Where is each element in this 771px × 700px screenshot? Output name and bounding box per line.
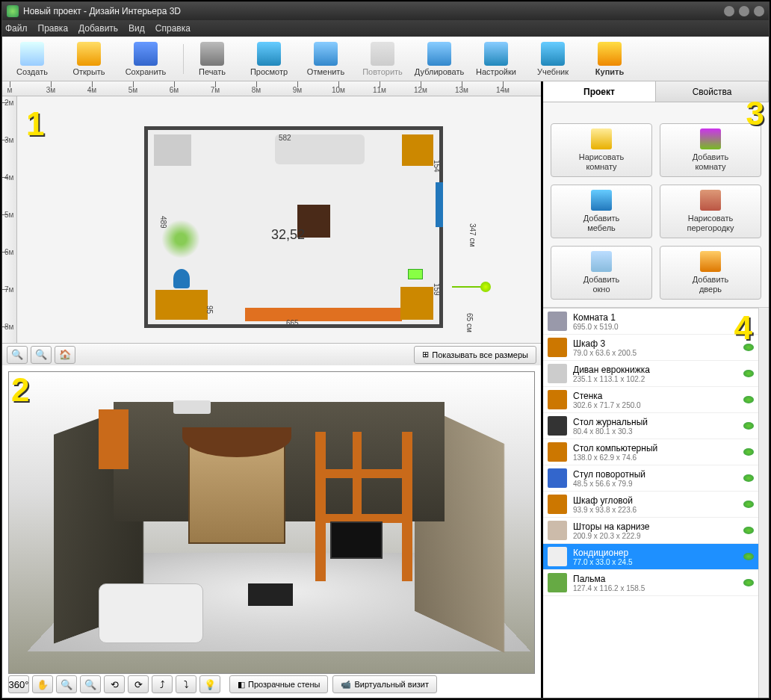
- furn-cabinet[interactable]: [154, 134, 191, 166]
- object-dims: 79.0 x 63.6 x 200.5: [573, 349, 743, 357]
- object-item[interactable]: Комната 1695.0 x 519.0: [543, 309, 758, 335]
- toolbar-undo-button[interactable]: Отменить: [302, 42, 350, 76]
- toolbar-cart-button[interactable]: Купить: [586, 42, 634, 76]
- furn-wall-unit[interactable]: [245, 308, 402, 321]
- panel-Добавить-дверь-button[interactable]: Добавитьдверь: [660, 246, 761, 300]
- panel-icon: [591, 190, 612, 211]
- tilt-up-button[interactable]: ⤴: [152, 675, 173, 693]
- view-3d[interactable]: 2: [2, 365, 541, 698]
- objects-scrollbar[interactable]: [758, 308, 769, 698]
- maximize-button[interactable]: [739, 6, 749, 16]
- left-pane: м3м4м5м6м7м8м9м10м11м12м13м14м 2м3м4м5м6…: [2, 81, 543, 698]
- object-item[interactable]: Кондиционер77.0 x 33.0 x 24.5: [543, 544, 758, 570]
- panel-Добавить-мебель-button[interactable]: Добавитьмебель: [551, 185, 652, 238]
- home-view-button[interactable]: 🏠: [55, 346, 75, 364]
- pan-button[interactable]: ✋: [32, 675, 53, 693]
- furn-chair[interactable]: [173, 269, 190, 288]
- redo-icon: [371, 42, 394, 66]
- object-list[interactable]: Комната 1695.0 x 519.0Шкаф 379.0 x 63.6 …: [543, 308, 758, 698]
- show-all-dims-button[interactable]: ⊞ Показывать все размеры: [414, 346, 536, 364]
- menu-Вид[interactable]: Вид: [128, 23, 145, 34]
- ruler-h-label: 3м: [46, 86, 55, 94]
- object-name: Комната 1: [573, 312, 754, 323]
- toolbar-redo-button[interactable]: Повторить: [359, 42, 406, 76]
- visibility-eye-icon[interactable]: [743, 344, 754, 351]
- visibility-eye-icon[interactable]: [743, 579, 754, 586]
- zoom-out-3d-button[interactable]: 🔍: [56, 675, 77, 693]
- tilt-down-button[interactable]: ⤵: [176, 675, 196, 693]
- zoom-in-button[interactable]: 🔍: [31, 346, 52, 364]
- cart-icon: [598, 42, 622, 66]
- object-item[interactable]: Шторы на карнизе200.9 x 20.3 x 222.9: [543, 518, 758, 544]
- toolbar-printer-button[interactable]: Печать: [188, 42, 236, 76]
- rotate-360-button[interactable]: 360°: [8, 675, 29, 693]
- view-3d-canvas[interactable]: [8, 371, 535, 674]
- ruler-v-label: 4м: [4, 173, 13, 182]
- object-thumb: [548, 573, 567, 592]
- furn-corner-cabinet[interactable]: [402, 134, 433, 166]
- ruler-v-label: 6м: [4, 248, 13, 256]
- object-name: Кондиционер: [573, 548, 743, 558]
- zoom-in-3d-button[interactable]: 🔍: [80, 675, 101, 693]
- visibility-eye-icon[interactable]: [743, 448, 754, 456]
- toolbar-folder-open-button[interactable]: Открыть: [65, 42, 113, 76]
- visibility-eye-icon[interactable]: [743, 370, 754, 377]
- ac-3d: [173, 400, 211, 414]
- object-name: Пальма: [573, 574, 743, 584]
- object-thumb: [548, 442, 567, 462]
- visibility-eye-icon[interactable]: [743, 527, 754, 534]
- ruler-h-label: 7м: [211, 86, 220, 94]
- menu-Справка[interactable]: Справка: [155, 23, 191, 34]
- tab-Проект[interactable]: Проект: [543, 81, 656, 102]
- object-dims: 127.4 x 116.2 x 158.5: [573, 584, 743, 592]
- visibility-eye-icon[interactable]: [743, 396, 754, 403]
- toolbar-monitor-button[interactable]: Просмотр: [245, 42, 293, 76]
- toolbar-file-new-button[interactable]: Создать: [8, 42, 56, 76]
- printer-icon: [200, 42, 224, 66]
- selection-handle[interactable]: [480, 282, 491, 292]
- toolbar-save-button[interactable]: Сохранить: [122, 42, 170, 76]
- floorplan-view[interactable]: 1 32,52 582: [17, 96, 541, 343]
- sidebar-tabs: ПроектСвойства: [543, 81, 769, 102]
- rotate-right-button[interactable]: ⟳: [128, 675, 149, 693]
- lighting-button[interactable]: 💡: [199, 675, 220, 693]
- visibility-eye-icon[interactable]: [743, 501, 754, 508]
- object-item[interactable]: Диван еврокнижка235.1 x 113.1 x 102.2: [543, 361, 758, 387]
- minimize-button[interactable]: [724, 6, 734, 16]
- object-item[interactable]: Стенка302.6 x 71.7 x 250.0: [543, 387, 758, 413]
- panel-Нарисовать-перегородку-button[interactable]: Нарисоватьперегородку: [660, 185, 761, 238]
- panel-Нарисовать-комнату-button[interactable]: Нарисоватькомнату: [551, 123, 652, 177]
- furn-corner2[interactable]: [400, 287, 433, 320]
- visibility-eye-icon[interactable]: [743, 474, 754, 482]
- zoom-out-button[interactable]: 🔍: [7, 346, 28, 364]
- object-item[interactable]: Шкаф 379.0 x 63.6 x 200.5: [543, 335, 758, 361]
- furn-desk[interactable]: [155, 290, 208, 320]
- toolbar-gear-button[interactable]: Настройки: [472, 42, 520, 76]
- object-item[interactable]: Стул поворотный48.5 x 56.6 x 79.9: [543, 465, 758, 492]
- visibility-eye-icon[interactable]: [743, 553, 754, 560]
- furn-window[interactable]: [436, 182, 443, 227]
- object-item[interactable]: Шкаф угловой93.9 x 93.8 x 223.6: [543, 492, 758, 518]
- object-item[interactable]: Стол компьютерный138.0 x 62.9 x 74.6: [543, 439, 758, 465]
- gear-icon: [484, 42, 508, 66]
- furn-ac-selected[interactable]: [408, 269, 423, 279]
- object-item[interactable]: Стол журнальный80.4 x 80.1 x 30.3: [543, 413, 758, 439]
- menu-Добавить[interactable]: Добавить: [78, 23, 118, 34]
- visibility-eye-icon[interactable]: [743, 422, 754, 430]
- transparent-walls-button[interactable]: ◧ Прозрачные стены: [229, 675, 328, 693]
- panel-icon: [591, 128, 612, 149]
- titlebar[interactable]: Новый проект - Дизайн Интерьера 3D: [2, 2, 769, 20]
- ruler-h-label: 14м: [496, 86, 510, 94]
- toolbar-duplicate-button[interactable]: Дублировать: [415, 42, 463, 76]
- toolbar-help-button[interactable]: Учебник: [529, 42, 577, 76]
- panel-Добавить-комнату-button[interactable]: Добавитькомнату: [660, 123, 761, 177]
- close-button[interactable]: [754, 6, 764, 16]
- menu-Файл[interactable]: Файл: [5, 23, 28, 34]
- virtual-visit-button[interactable]: 📹 Виртуальный визит: [332, 675, 437, 693]
- cabinet3d: [99, 409, 128, 469]
- panel-Добавить-окно-button[interactable]: Добавитьокно: [551, 246, 652, 300]
- object-item[interactable]: Пальма127.4 x 116.2 x 158.5: [543, 570, 758, 596]
- menu-Правка[interactable]: Правка: [38, 23, 69, 34]
- tab-Свойства[interactable]: Свойства: [656, 81, 769, 102]
- rotate-left-button[interactable]: ⟲: [104, 675, 125, 693]
